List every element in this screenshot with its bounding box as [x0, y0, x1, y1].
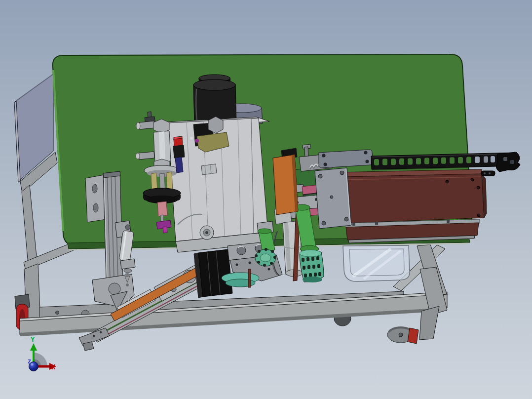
beam-main-face — [344, 174, 484, 223]
chain-link-piece — [481, 171, 495, 176]
chain-end-curl — [496, 152, 520, 172]
cad-canvas[interactable]: Z Y X — [0, 0, 532, 399]
carriage-plate[interactable] — [315, 168, 351, 229]
cad-viewport[interactable]: Z Y X — [0, 0, 532, 399]
linear-rail-beam[interactable] — [337, 169, 487, 243]
axis-y-label: Y — [31, 335, 35, 343]
red-block — [174, 138, 183, 146]
hex-fitting — [208, 117, 223, 133]
gearbox-motor — [198, 249, 232, 297]
orange-plate[interactable] — [273, 148, 298, 215]
blue-rod — [175, 157, 183, 173]
translucent-bin[interactable] — [343, 245, 410, 281]
rail-bracket-plate — [85, 175, 106, 222]
axis-x-label: X — [51, 363, 56, 371]
origin-sphere — [29, 362, 38, 371]
caster-bracket-red — [408, 328, 418, 344]
